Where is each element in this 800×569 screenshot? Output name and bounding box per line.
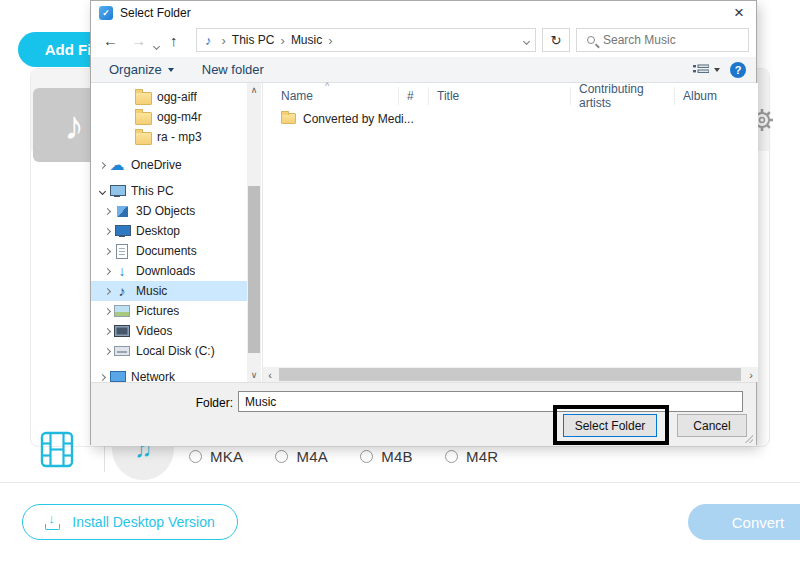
radio-circle-icon[interactable] — [189, 450, 202, 463]
column-header-[interactable]: # — [399, 87, 429, 105]
file-row-converted-by-medi[interactable]: Converted by Medi... — [263, 109, 758, 128]
download-icon — [45, 515, 60, 530]
tree-item-label: Documents — [136, 244, 197, 258]
search-box[interactable] — [576, 28, 749, 52]
scroll-right-icon[interactable]: › — [744, 367, 758, 382]
column-header-name[interactable]: Name^ — [263, 87, 399, 105]
tree-item-ogg-m4r[interactable]: ogg-m4r — [91, 107, 247, 127]
refresh-button[interactable]: ↻ — [542, 28, 570, 52]
breadcrumb-item-this-pc[interactable]: This PC — [232, 33, 275, 47]
pictures-icon — [114, 303, 130, 319]
tree-scrollbar-thumb[interactable] — [248, 186, 260, 353]
tree-expander-icon[interactable] — [95, 163, 109, 168]
tree-item-music[interactable]: ♪Music — [91, 281, 247, 301]
format-radio-m4r[interactable]: M4R — [445, 448, 499, 465]
tree-item-local-disk-c[interactable]: Local Disk (C:) — [91, 341, 247, 361]
tree-item-this-pc[interactable]: This PC — [91, 181, 247, 201]
tree-expander-icon[interactable] — [95, 189, 109, 194]
select-folder-button[interactable]: Select Folder — [563, 414, 657, 437]
tree-item-label: ogg-aiff — [157, 90, 197, 104]
tree-expander-icon[interactable] — [100, 289, 114, 294]
view-mode-icon[interactable] — [693, 64, 720, 77]
tree-item-ra-mp3[interactable]: ra - mp3 — [91, 127, 247, 147]
horizontal-scrollbar-thumb[interactable] — [279, 368, 741, 381]
format-radio-m4a[interactable]: M4A — [275, 448, 328, 465]
music-note-icon: ♪ — [64, 103, 84, 148]
tree-item-videos[interactable]: Videos — [91, 321, 247, 341]
tree-scrollbar[interactable]: ∧ ∨ — [247, 83, 261, 382]
tree-item-downloads[interactable]: ↓Downloads — [91, 261, 247, 281]
tree-expander-icon[interactable] — [100, 229, 114, 234]
format-radio-m4b[interactable]: M4B — [360, 448, 413, 465]
dialog-footer: Folder: Select Folder Cancel — [91, 382, 756, 446]
breadcrumb-item-music[interactable]: Music — [291, 33, 322, 47]
tree-item-ogg-aiff[interactable]: ogg-aiff — [91, 87, 247, 107]
nav-history-dropdown-icon[interactable] — [154, 38, 159, 52]
view-dropdown-icon[interactable] — [714, 68, 720, 72]
tree-item-label: ra - mp3 — [157, 130, 202, 144]
horizontal-scrollbar[interactable]: ‹ › — [263, 367, 758, 382]
tree-item-pictures[interactable]: Pictures — [91, 301, 247, 321]
search-icon — [587, 36, 595, 44]
organize-menu[interactable]: Organize — [109, 62, 174, 77]
radio-circle-icon[interactable] — [275, 450, 288, 463]
scroll-down-icon[interactable]: ∨ — [247, 368, 261, 382]
disk-icon — [114, 343, 130, 359]
navigation-row: ← → ↑ ♪ ›This PC›Music› ↻ — [91, 25, 756, 57]
tree-expander-icon[interactable] — [100, 249, 114, 254]
back-icon[interactable]: ← — [103, 32, 118, 49]
tree-expander-icon[interactable] — [100, 349, 114, 354]
chevron-down-icon — [168, 68, 174, 72]
forward-icon[interactable]: → — [131, 32, 146, 49]
videos-icon — [114, 323, 130, 339]
tree-item-label: ogg-m4r — [157, 110, 202, 124]
scroll-up-icon[interactable]: ∧ — [247, 83, 261, 97]
new-folder-button[interactable]: New folder — [202, 62, 264, 77]
format-label: M4R — [466, 448, 499, 465]
dialog-titlebar[interactable]: ✓ Select Folder × — [91, 1, 756, 25]
column-header-album[interactable]: Album — [675, 87, 758, 105]
pc-icon — [109, 183, 125, 199]
tree-item-label: Downloads — [136, 264, 195, 278]
breadcrumb: ›This PC›Music› — [216, 33, 339, 48]
folder-icon — [135, 129, 151, 145]
file-rows: Converted by Medi... — [263, 109, 758, 128]
tree-expander-icon[interactable] — [100, 309, 114, 314]
scroll-left-icon[interactable]: ‹ — [263, 367, 277, 382]
tree-expander-icon[interactable] — [95, 375, 109, 380]
tree-expander-icon[interactable] — [100, 209, 114, 214]
tree-expander-icon[interactable] — [100, 269, 114, 274]
resize-grip[interactable] — [743, 433, 753, 443]
tree-item-label: OneDrive — [131, 158, 182, 172]
column-header-title[interactable]: Title — [429, 87, 571, 105]
format-radio-mka[interactable]: MKA — [189, 448, 243, 465]
convert-button[interactable]: Convert — [688, 504, 800, 540]
desktop-icon — [114, 223, 130, 239]
music-note-icon: ♪ — [205, 33, 212, 48]
format-label: M4B — [381, 448, 413, 465]
select-folder-dialog: ✓ Select Folder × ← → ↑ ♪ ›This PC›Music… — [90, 0, 757, 445]
format-options: MKAM4AM4BM4R — [189, 448, 530, 465]
radio-circle-icon[interactable] — [445, 450, 458, 463]
tree-item-3d-objects[interactable]: 3D Objects — [91, 201, 247, 221]
search-input[interactable] — [603, 33, 723, 47]
tree-item-onedrive[interactable]: ☁OneDrive — [91, 155, 247, 175]
folder-icon — [281, 113, 296, 124]
tree-item-desktop[interactable]: Desktop — [91, 221, 247, 241]
install-desktop-label: Install Desktop Version — [72, 514, 214, 530]
help-icon[interactable]: ? — [730, 62, 746, 78]
tree-expander-icon[interactable] — [100, 329, 114, 334]
column-header-contributing-artists[interactable]: Contributing artists — [571, 87, 675, 105]
cloud-icon: ☁ — [109, 157, 125, 173]
video-formats-icon[interactable] — [40, 431, 74, 472]
up-icon[interactable]: ↑ — [170, 32, 178, 49]
install-desktop-button[interactable]: Install Desktop Version — [22, 504, 238, 540]
address-dropdown-icon[interactable] — [524, 33, 529, 47]
address-bar[interactable]: ♪ ›This PC›Music› — [196, 28, 536, 52]
radio-circle-icon[interactable] — [360, 450, 373, 463]
cancel-button[interactable]: Cancel — [677, 414, 747, 437]
tree-item-network[interactable]: Network — [91, 367, 247, 382]
tree-item-documents[interactable]: Documents — [91, 241, 247, 261]
close-icon[interactable]: × — [728, 2, 750, 24]
screen: Add Fi ♪ ♫ MKAM4AM4B — [0, 0, 800, 569]
